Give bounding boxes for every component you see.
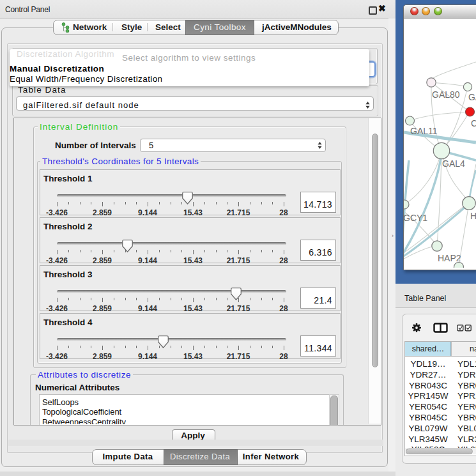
svg-text:GA: GA <box>468 92 476 102</box>
svg-text:GAL80: GAL80 <box>432 89 460 100</box>
svg-text:H: H <box>470 211 476 221</box>
svg-text:HAP2: HAP2 <box>438 253 461 263</box>
svg-text:GCY1: GCY1 <box>404 213 427 223</box>
svg-text:GAL4: GAL4 <box>442 158 465 169</box>
svg-text:C: C <box>471 118 476 128</box>
svg-text:GAL11: GAL11 <box>410 126 438 136</box>
